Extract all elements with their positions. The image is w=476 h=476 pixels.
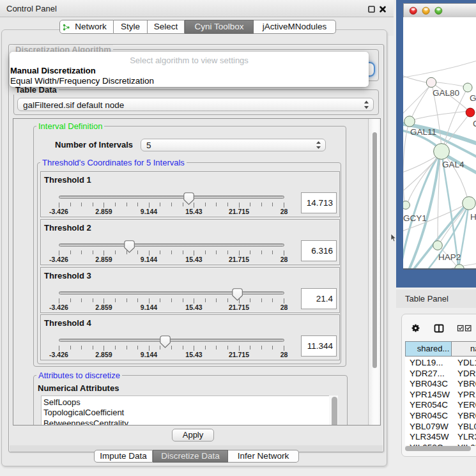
svg-text:GAL4: GAL4 bbox=[442, 160, 464, 169]
svg-text:C: C bbox=[473, 119, 476, 128]
svg-text:HAP2: HAP2 bbox=[438, 252, 461, 262]
svg-text:GCY1: GCY1 bbox=[403, 213, 427, 223]
svg-text:GAL80: GAL80 bbox=[433, 88, 459, 98]
svg-text:H: H bbox=[470, 212, 476, 222]
svg-text:GA: GA bbox=[470, 93, 476, 103]
svg-text:GAL11: GAL11 bbox=[410, 127, 436, 137]
